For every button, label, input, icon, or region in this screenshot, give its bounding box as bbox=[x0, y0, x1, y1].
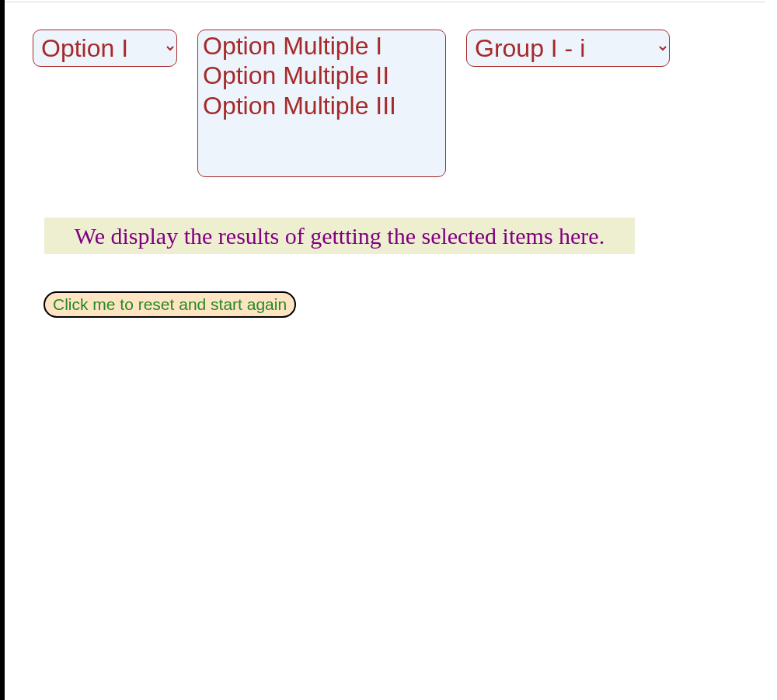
group-option-select[interactable]: Group I - i bbox=[466, 30, 670, 67]
multi-option-item[interactable]: Option Multiple II bbox=[203, 61, 441, 91]
multi-option-item[interactable]: Option Multiple III bbox=[203, 92, 441, 121]
results-display: We display the results of gettting the s… bbox=[44, 218, 635, 254]
top-divider bbox=[5, 2, 765, 2]
single-option-select[interactable]: Option I bbox=[33, 30, 177, 67]
left-edge-bar bbox=[0, 0, 5, 700]
reset-button[interactable]: Click me to reset and start again bbox=[44, 291, 296, 318]
multi-option-item[interactable]: Option Multiple I bbox=[203, 32, 441, 61]
selects-row: Option I Option Multiple I Option Multip… bbox=[33, 30, 761, 177]
multiple-option-select[interactable]: Option Multiple I Option Multiple II Opt… bbox=[197, 30, 446, 177]
main-content: Option I Option Multiple I Option Multip… bbox=[33, 30, 761, 318]
